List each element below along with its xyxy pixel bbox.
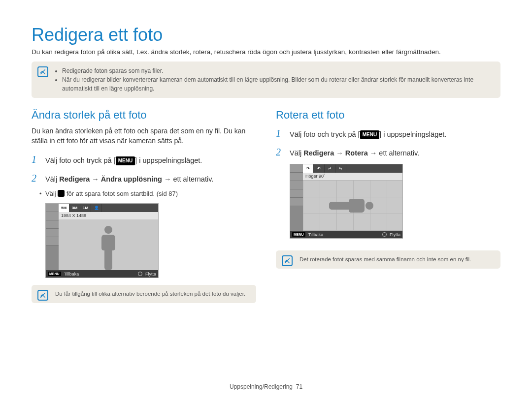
resize-para: Du kan ändra storleken på ett foto och s… — [32, 126, 256, 146]
silhouette-rotated-icon — [329, 194, 376, 217]
step-bold: Redigera — [303, 149, 334, 157]
resize-step-1: 1 Välj foto och tryck på [MENU] i uppspe… — [32, 153, 256, 166]
page-title: Redigera ett foto — [32, 25, 500, 45]
cam-resolution-label: 1984 X 1488 — [59, 212, 158, 219]
step-arrow: → — [90, 175, 101, 183]
cam-tab-rotate: ⤿ — [335, 164, 346, 173]
cam-tab-rotate: ⤾ — [325, 164, 335, 173]
cam-footer-back: Tillbaka — [64, 272, 79, 277]
step-number: 2 — [32, 171, 40, 185]
step-bold: Ändra upplösning — [101, 175, 162, 183]
step-text: ] i uppspelningsläget. — [135, 156, 202, 164]
rotate-step-2: 2 Välj Redigera → Rotera → ett alternati… — [276, 145, 500, 159]
resize-sub-bullet: Välj för att spara fotot som startbild. … — [45, 190, 256, 197]
note-icon — [37, 66, 48, 77]
cam-tab: 1M — [80, 204, 91, 212]
footer-section: Uppspelning/Redigering — [230, 383, 293, 390]
sub-text: Välj — [45, 190, 58, 197]
cam-tab: 5M — [59, 204, 69, 212]
step-text: Välj foto och tryck på [ — [45, 156, 116, 164]
note-icon — [282, 255, 293, 266]
cam-tab-rotate: ↶ — [314, 164, 325, 173]
top-note-item: När du redigerar bilder konvertererar ka… — [62, 75, 495, 93]
step-bold: Rotera — [345, 149, 368, 157]
person-start-icon — [58, 190, 65, 197]
step-arrow: → — [334, 149, 345, 157]
cam-tab-rotate: ↷ — [303, 164, 314, 173]
nav-icon — [138, 272, 142, 276]
silhouette-icon — [97, 223, 120, 270]
page-footer: Uppspelning/Redigering 71 — [0, 383, 532, 390]
note-text: Det roterade fotot sparas med samma filn… — [299, 256, 471, 262]
note-text: Du får tillgång till olika alternativ be… — [55, 291, 245, 297]
cam-rotate-label: Höger 90˚ — [303, 173, 402, 180]
step-text: ] i uppspelningsläget. — [379, 130, 446, 138]
step-text: Välj foto och tryck på [ — [290, 130, 360, 138]
cam-topbar: ↷ ↶ ⤾ ⤿ — [303, 164, 402, 173]
rotate-note-box: Det roterade fotot sparas med samma filn… — [276, 250, 500, 269]
cam-topbar: 5M 3M 1M 👤 — [59, 204, 158, 212]
step-number: 1 — [276, 126, 285, 140]
menu-badge: MENU — [116, 156, 135, 165]
step-number: 1 — [32, 153, 40, 166]
heading-resize: Ändra storlek på ett foto — [32, 109, 256, 122]
step-text: → ett alternativ. — [368, 149, 420, 157]
cam-footer-back: Tillbaka — [308, 232, 324, 237]
menu-mini-badge: MENU — [292, 232, 305, 237]
menu-mini-badge: MENU — [48, 272, 61, 276]
step-bold: Redigera — [59, 175, 90, 183]
col-rotate: Rotera ett foto 1 Välj foto och tryck på… — [276, 109, 500, 314]
menu-badge: MENU — [360, 130, 379, 139]
cam-tab: 👤 — [91, 204, 102, 212]
cam-footer-move: Flytta — [145, 272, 156, 277]
intro-text: Du kan redigera foton på olika sätt, t.e… — [32, 48, 500, 56]
step-number: 2 — [276, 145, 285, 159]
top-note-item: Redigerade foton sparas som nya filer. — [62, 66, 495, 75]
top-note-box: Redigerade foton sparas som nya filer. N… — [32, 62, 500, 98]
footer-page-number: 71 — [296, 383, 302, 390]
resize-step-2: 2 Välj Redigera → Ändra upplösning → ett… — [32, 171, 256, 185]
heading-rotate: Rotera ett foto — [276, 109, 500, 122]
resize-note-box: Du får tillgång till olika alternativ be… — [32, 285, 256, 303]
camera-mock-rotate: ↷ ↶ ⤾ ⤿ Höger 90˚ MENU Tillbaka F — [290, 164, 403, 239]
step-text: Välj — [290, 149, 303, 157]
cam-tab: 3M — [69, 204, 80, 212]
step-text: → ett alternativ. — [162, 175, 214, 183]
cam-footer-move: Flytta — [390, 232, 400, 237]
col-resize: Ändra storlek på ett foto Du kan ändra s… — [32, 109, 256, 314]
camera-mock-resize: 5M 3M 1M 👤 1984 X 1488 MENU Tillbaka Fly… — [45, 203, 159, 278]
nav-icon — [382, 232, 387, 237]
rotate-step-1: 1 Välj foto och tryck på [MENU] i uppspe… — [276, 126, 500, 140]
note-icon — [37, 290, 48, 301]
sub-text: för att spara fotot som startbild. (sid … — [65, 190, 178, 197]
step-text: Välj — [45, 175, 59, 183]
